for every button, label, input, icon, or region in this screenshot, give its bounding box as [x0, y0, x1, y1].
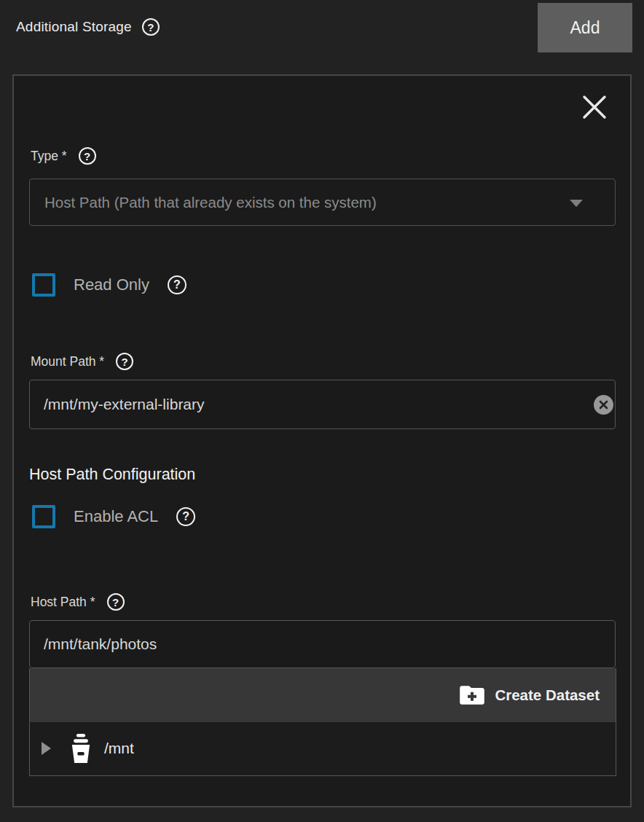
clear-x-icon: [598, 399, 609, 410]
host-path-input[interactable]: [29, 620, 616, 668]
help-icon[interactable]: ?: [116, 353, 133, 370]
type-select[interactable]: Host Path (Path that already exists on t…: [29, 179, 616, 226]
page-header: Additional Storage ?: [16, 18, 160, 36]
read-only-row: Read Only ?: [32, 273, 186, 297]
create-dataset-button[interactable]: Create Dataset: [459, 684, 600, 706]
type-label-row: Type * ?: [31, 147, 96, 165]
section-heading: Host Path Configuration: [29, 466, 195, 484]
chevron-down-icon: [570, 200, 583, 207]
read-only-label: Read Only: [74, 275, 149, 294]
help-icon[interactable]: ?: [79, 147, 96, 165]
additional-storage-card: Type * ? Host Path (Path that already ex…: [12, 74, 632, 807]
close-icon: [581, 93, 608, 121]
help-icon[interactable]: ?: [107, 593, 125, 611]
close-button[interactable]: [579, 92, 610, 122]
enable-acl-checkbox[interactable]: [32, 505, 55, 528]
create-dataset-label: Create Dataset: [495, 686, 600, 704]
file-explorer: Create Dataset /mnt: [29, 668, 616, 776]
mount-path-label-row: Mount Path * ?: [31, 353, 133, 370]
type-label: Type *: [31, 149, 67, 164]
host-path-label-row: Host Path * ?: [31, 593, 125, 611]
mount-path-label: Mount Path *: [31, 354, 104, 369]
enable-acl-label: Enable ACL: [74, 507, 158, 526]
help-icon[interactable]: ?: [176, 507, 195, 526]
tree-node-label: /mnt: [104, 740, 134, 757]
explorer-tree: /mnt: [30, 722, 616, 775]
mount-path-input[interactable]: [29, 380, 616, 429]
page-title: Additional Storage: [16, 19, 132, 35]
type-select-value: Host Path (Path that already exists on t…: [44, 194, 377, 211]
explorer-toolbar: Create Dataset: [30, 668, 616, 722]
read-only-checkbox[interactable]: [32, 273, 55, 297]
enable-acl-row: Enable ACL ?: [32, 505, 195, 528]
add-button[interactable]: Add: [538, 3, 632, 52]
expand-arrow-icon[interactable]: [42, 742, 51, 755]
folder-plus-icon: [459, 684, 485, 706]
help-icon[interactable]: ?: [142, 18, 160, 36]
clear-input-button[interactable]: [594, 395, 613, 415]
help-icon[interactable]: ?: [168, 275, 186, 294]
host-path-label: Host Path *: [31, 595, 95, 610]
tree-row-mnt[interactable]: /mnt: [30, 722, 616, 775]
dataset-icon: [66, 733, 95, 764]
